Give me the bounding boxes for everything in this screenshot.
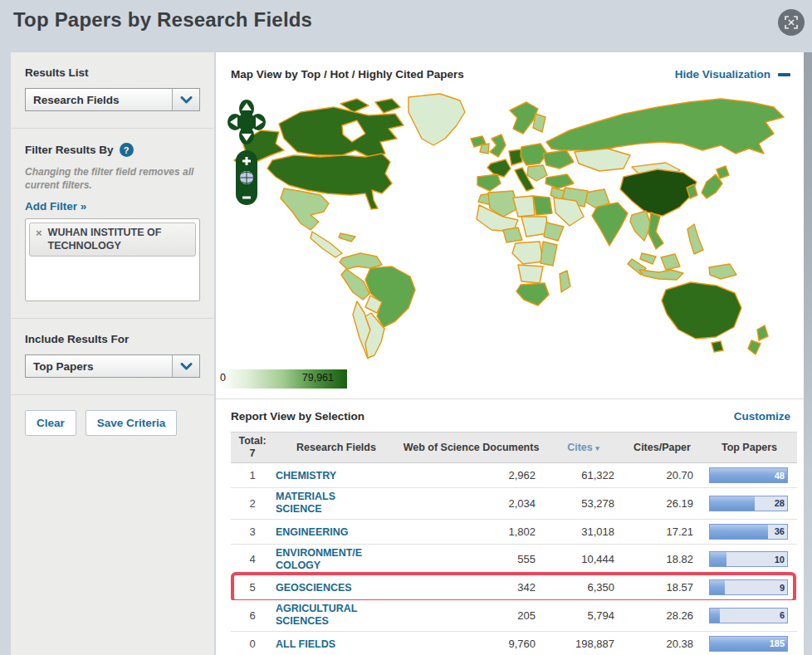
filter-note: Changing the filter field removes all cu… bbox=[25, 166, 200, 192]
column-header-cites[interactable]: Cites ▾ bbox=[544, 442, 623, 454]
results-list-value: Research Fields bbox=[26, 89, 172, 110]
column-header-wos-documents[interactable]: Web of Science Documents bbox=[399, 442, 544, 454]
row-rank: 4 bbox=[231, 553, 274, 565]
top-papers-bar-cell: 9 bbox=[702, 579, 797, 595]
map-region-russia-asia bbox=[546, 99, 784, 178]
bar-fill bbox=[710, 496, 755, 511]
page-header: Top Papers by Research Fields bbox=[0, 0, 812, 51]
bar-fill bbox=[710, 552, 726, 566]
map-color-scale: 0 79,961 bbox=[218, 369, 347, 389]
cell-docs: 205 bbox=[399, 609, 544, 622]
sidebar: Results List Research Fields Filter Resu… bbox=[11, 52, 214, 655]
cell-cpp: 20.38 bbox=[623, 638, 702, 650]
column-header-cites-per-paper[interactable]: Cites/Paper bbox=[623, 442, 702, 454]
field-link[interactable]: ENVIRONMENT/ECOLOGY bbox=[276, 547, 367, 573]
hide-visualization-link[interactable]: Hide Visualization bbox=[675, 68, 790, 81]
filter-section: Filter Results By ? Changing the filter … bbox=[11, 129, 214, 319]
cell-cites: 5,794 bbox=[544, 609, 623, 622]
results-list-select[interactable]: Research Fields bbox=[25, 88, 200, 111]
scale-min-label: 0 bbox=[220, 372, 226, 384]
field-link[interactable]: CHEMISTRY bbox=[276, 470, 336, 482]
bar-track: 36 bbox=[709, 524, 788, 540]
table-row: 2 MATERIALS SCIENCE 2,034 53,278 26.19 2… bbox=[231, 488, 797, 520]
cell-cpp: 18.57 bbox=[623, 581, 702, 594]
report-view-title: Report View by Selection bbox=[231, 410, 364, 423]
table-row: 3 ENGINEERING 1,802 31,018 17.21 36 bbox=[231, 520, 797, 545]
scale-max-label: 79,961 bbox=[302, 372, 334, 384]
field-link[interactable]: MATERIALS SCIENCE bbox=[276, 491, 367, 516]
bar-track: 10 bbox=[709, 551, 788, 567]
add-filter-link[interactable]: Add Filter » bbox=[25, 200, 86, 213]
help-icon[interactable]: ? bbox=[120, 143, 134, 157]
main-panel: Map View by Top / Hot / Highly Cited Pap… bbox=[216, 52, 804, 655]
field-link[interactable]: AGRICULTURAL SCIENCES bbox=[276, 603, 367, 628]
top-papers-bar-cell: 185 bbox=[702, 636, 797, 652]
field-link[interactable]: GEOSCIENCES bbox=[276, 582, 352, 594]
row-rank: 2 bbox=[231, 497, 274, 510]
map-view-header: Map View by Top / Hot / Highly Cited Pap… bbox=[216, 52, 804, 90]
column-header-research-fields[interactable]: Research Fields bbox=[274, 442, 399, 454]
top-papers-bar-cell: 28 bbox=[702, 496, 797, 511]
results-list-section: Results List Research Fields bbox=[11, 52, 214, 129]
row-rank: 3 bbox=[231, 525, 274, 538]
field-link[interactable]: ALL FIELDS bbox=[276, 638, 335, 651]
bar-value: 28 bbox=[775, 498, 785, 508]
top-papers-bar-cell: 48 bbox=[702, 467, 797, 483]
map-region-south-america bbox=[340, 253, 415, 359]
row-rank: 6 bbox=[231, 609, 274, 622]
scrollbar[interactable] bbox=[804, 52, 812, 655]
fullscreen-button[interactable] bbox=[778, 9, 805, 36]
column-header-top-papers[interactable]: Top Papers bbox=[702, 442, 797, 454]
total-header: Total: 7 bbox=[231, 435, 274, 460]
cell-cites: 61,322 bbox=[544, 469, 623, 481]
cell-docs: 342 bbox=[399, 581, 544, 594]
bar-track: 28 bbox=[709, 496, 788, 511]
filter-chip[interactable]: × WUHAN INSTITUTE OF TECHNOLOGY bbox=[29, 222, 196, 257]
include-results-select[interactable]: Top Papers bbox=[25, 354, 200, 378]
table-row: 4 ENVIRONMENT/ECOLOGY 555 10,444 18.82 1… bbox=[231, 545, 797, 576]
map-controls[interactable] bbox=[227, 99, 266, 210]
bar-value: 48 bbox=[775, 471, 785, 481]
clear-button[interactable]: Clear bbox=[25, 410, 76, 436]
top-papers-bar-cell: 10 bbox=[702, 551, 797, 567]
fullscreen-icon bbox=[783, 14, 800, 31]
globe-icon bbox=[240, 171, 253, 184]
row-rank: 0 bbox=[231, 638, 274, 650]
table-row: 5 GEOSCIENCES 342 6,350 18.57 9 bbox=[231, 575, 797, 600]
bar-fill bbox=[710, 525, 768, 539]
cell-cites: 31,018 bbox=[544, 525, 623, 538]
bar-track: 9 bbox=[709, 579, 788, 595]
chevron-down-icon bbox=[172, 89, 199, 110]
table-row: 6 AGRICULTURAL SCIENCES 205 5,794 28.26 … bbox=[231, 600, 797, 632]
filter-chip-label: WUHAN INSTITUTE OF TECHNOLOGY bbox=[48, 227, 189, 252]
table-header-row: Total: 7 Research Fields Web of Science … bbox=[231, 432, 797, 463]
cell-docs: 2,034 bbox=[399, 497, 544, 510]
include-results-heading: Include Results For bbox=[25, 333, 200, 345]
close-icon[interactable]: × bbox=[36, 227, 42, 240]
bar-value: 185 bbox=[770, 638, 785, 648]
zoom-control bbox=[236, 150, 257, 205]
include-results-value: Top Papers bbox=[26, 355, 172, 377]
active-filters-box: × WUHAN INSTITUTE OF TECHNOLOGY bbox=[25, 218, 200, 301]
field-link[interactable]: ENGINEERING bbox=[276, 526, 349, 539]
cell-cpp: 18.82 bbox=[623, 553, 702, 565]
cell-cites: 10,444 bbox=[544, 553, 623, 565]
world-map[interactable] bbox=[218, 90, 802, 364]
page-title: Top Papers by Research Fields bbox=[0, 0, 812, 32]
bar-value: 10 bbox=[775, 555, 785, 565]
choropleth-map[interactable] bbox=[218, 90, 802, 364]
top-papers-bar-cell: 6 bbox=[702, 608, 797, 623]
bar-track: 48 bbox=[709, 467, 788, 483]
include-results-section: Include Results For Top Papers bbox=[11, 319, 214, 395]
sort-desc-icon: ▾ bbox=[595, 444, 599, 452]
customize-link[interactable]: Customize bbox=[734, 410, 790, 423]
bar-track: 6 bbox=[709, 608, 788, 623]
bar-value: 9 bbox=[780, 583, 785, 593]
table-row: 1 CHEMISTRY 2,962 61,322 20.70 48 bbox=[231, 463, 797, 488]
sidebar-buttons: Clear Save Criteria bbox=[11, 395, 214, 451]
cell-cpp: 20.70 bbox=[623, 469, 702, 481]
cell-docs: 1,802 bbox=[399, 525, 544, 538]
save-criteria-button[interactable]: Save Criteria bbox=[86, 410, 178, 436]
bar-value: 6 bbox=[780, 610, 785, 620]
page: Top Papers by Research Fields Results Li… bbox=[0, 0, 812, 655]
